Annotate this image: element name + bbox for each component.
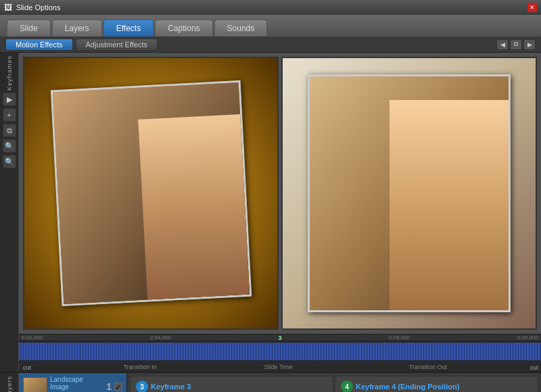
- timeline-track[interactable]: [19, 343, 541, 360]
- subtab-motion[interactable]: Motion Effects: [5, 39, 73, 51]
- close-button[interactable]: ✕: [527, 3, 537, 12]
- photo-keyframe3: [51, 80, 252, 306]
- preview-keyframe4[interactable]: [281, 57, 537, 330]
- kf3-title: 3 Keyframe 3: [136, 381, 327, 392]
- tab-effects[interactable]: Effects: [103, 20, 154, 36]
- marker-4: 0:08,000: [517, 335, 538, 341]
- nav-right-button[interactable]: ▶: [523, 39, 536, 50]
- timeline-label-row: cut Transition In Slide Time Transition …: [19, 362, 541, 372]
- keyframes-label: Keyframes: [6, 55, 13, 91]
- zoom-in-button[interactable]: 🔍: [3, 139, 16, 153]
- layers-label: Layers: [6, 376, 13, 392]
- add-keyframe-button[interactable]: +: [3, 108, 16, 122]
- cut-right: cut: [530, 364, 538, 371]
- kf3-title-text: Keyframe 3: [151, 383, 191, 391]
- subtab-adjustment[interactable]: Adjustment Effects: [76, 39, 158, 51]
- layer-name-1: Landscape Image: [50, 376, 103, 391]
- marker-1: 0:02,000: [22, 335, 43, 341]
- preview-keyframe3[interactable]: [23, 57, 279, 330]
- bottom-section: Layers + − ↑ ↓ ⇔ Landscape Image JPEG Im…: [0, 372, 541, 392]
- layer-thumb-1: [23, 377, 47, 392]
- photo-keyframe4: [308, 74, 510, 312]
- nav-left-button[interactable]: ◀: [496, 39, 509, 50]
- tab-captions[interactable]: Captions: [155, 20, 212, 36]
- marker-3: 0:06,000: [389, 335, 410, 341]
- play-button[interactable]: ▶: [3, 93, 16, 106]
- title-bar-text: Slide Options: [16, 3, 60, 11]
- waveform: [19, 343, 541, 360]
- previews: [19, 53, 541, 334]
- kf4-num: 4: [341, 381, 353, 392]
- layer-list: Landscape Image JPEG Image 1 ✓ Landscape…: [19, 373, 127, 392]
- marker-3-keyframe: 3: [278, 335, 281, 341]
- slide-time-label: Slide Time: [264, 364, 293, 370]
- kf3-num: 3: [136, 381, 148, 392]
- preview-area: 0:02,000 2:04,000 3 0:06,000 0:08,000 cu…: [19, 53, 541, 372]
- main-content: Keyframes ▶ + ⧉ 🔍 🔍: [0, 53, 541, 372]
- keyframe4-panel: 4 Keyframe 4 (Ending Position) Pan x 🎧 Z…: [335, 376, 538, 392]
- title-bar: 🖼 Slide Options ✕: [0, 0, 541, 15]
- timeline-markers: 0:02,000 2:04,000 3 0:06,000 0:08,000: [19, 335, 541, 341]
- layer-check-1[interactable]: ✓: [114, 383, 122, 391]
- layers-panel: Layers + − ↑ ↓ ⇔: [0, 373, 19, 392]
- cut-left: cut: [23, 364, 31, 371]
- kf4-title-text: Keyframe 4 (Ending Position): [356, 383, 459, 391]
- layer-info-1: Landscape Image JPEG Image: [50, 376, 103, 392]
- tab-slide[interactable]: Slide: [7, 20, 51, 36]
- copy-keyframe-button[interactable]: ⧉: [3, 124, 16, 137]
- keyframe-section: 3 Keyframe 3 Pan x 🎧 Zoom X %: [127, 373, 541, 392]
- nav-copy-button[interactable]: ⧉: [510, 39, 522, 50]
- kf4-title: 4 Keyframe 4 (Ending Position): [341, 381, 532, 392]
- timeline: 0:02,000 2:04,000 3 0:06,000 0:08,000 cu…: [19, 334, 541, 372]
- tab-bar: Slide Layers Effects Captions Sounds: [0, 15, 541, 36]
- marker-2: 2:04,000: [150, 335, 171, 341]
- transition-out-label: Transition Out: [409, 364, 447, 370]
- nav-arrows: ◀ ⧉ ▶: [496, 39, 536, 50]
- title-bar-icon: 🖼: [4, 3, 12, 12]
- keyframes-panel: Keyframes ▶ + ⧉ 🔍 🔍: [0, 53, 19, 372]
- tab-sounds[interactable]: Sounds: [214, 20, 268, 36]
- layer-item-1[interactable]: Landscape Image JPEG Image 1 ✓: [19, 373, 126, 392]
- transition-in-label: Transition In: [123, 364, 156, 370]
- tab-layers[interactable]: Layers: [52, 20, 102, 36]
- zoom-out-button[interactable]: 🔍: [3, 155, 16, 168]
- keyframe3-panel: 3 Keyframe 3 Pan x 🎧 Zoom X %: [130, 376, 333, 392]
- keyframe-panels: 3 Keyframe 3 Pan x 🎧 Zoom X %: [127, 373, 541, 392]
- layer-num-1: 1: [106, 381, 112, 392]
- sub-tab-bar: Motion Effects Adjustment Effects ◀ ⧉ ▶: [0, 36, 541, 53]
